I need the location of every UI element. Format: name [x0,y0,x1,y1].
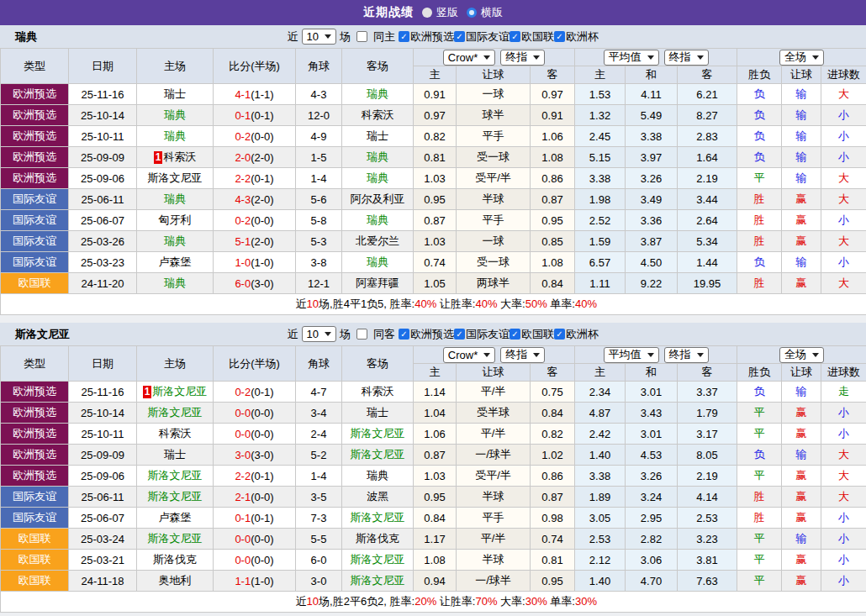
score-cell: 4-3(2-0) [214,189,296,210]
match-count-select[interactable]: 10 [302,29,336,45]
avg-away-odds-cell: 2.64 [678,210,737,231]
full-time-score: 4-3 [235,193,251,206]
average-select[interactable]: 平均值 [604,50,659,66]
league-checkbox[interactable]: ✓ [399,31,409,42]
league-checkbox[interactable]: ✓ [554,31,565,42]
team-name: 匈牙利 [159,213,192,226]
corner-cell: 1-4 [296,168,342,189]
handicap-line-cell: 平/半 [457,424,531,445]
result-group: 全场 [737,49,866,66]
handicap-line-cell: 受平/半 [457,466,531,487]
score-cell: 1-1(1-0) [214,571,296,592]
summary-stat-value: 40% [415,297,436,310]
league-type-cell: 欧洲预选 [1,126,69,147]
team-name: 斯洛文尼亚 [148,469,203,482]
radio-selected-icon[interactable] [467,8,477,18]
avg-home-odds-cell: 3.38 [575,466,626,487]
col-avg-draw: 和 [626,364,678,382]
section-divider [0,315,866,323]
half-time-score: (0-0) [251,491,273,503]
full-time-score: 2-2 [235,172,251,185]
final-odds-select[interactable]: 终指 [500,347,545,363]
chevron-down-icon [325,34,331,39]
team-name: 瑞典 [164,276,186,289]
home-team-cell: 斯洛文尼亚 [137,168,214,189]
league-checkbox[interactable]: ✓ [399,329,409,340]
bookmaker-select[interactable]: Crow* [443,347,495,363]
league-checkbox[interactable]: ✓ [454,329,465,340]
full-time-score: 4-1 [235,88,251,101]
league-label: 欧洲杯 [566,29,599,45]
avg-away-odds-cell: 2.53 [678,508,737,529]
summary-stat-value: 70% [475,595,497,608]
score-cell: 3-0(3-0) [214,445,296,466]
same-venue-checkbox[interactable] [356,329,367,340]
score-cell: 0-1(0-1) [214,105,296,126]
league-type-cell: 欧洲预选 [1,105,69,126]
corner-cell: 5-2 [296,445,342,466]
handicap-result-cell: 输 [782,168,821,189]
handicap-line-cell: 半球 [457,189,531,210]
wdl-result-cell: 平 [737,403,782,424]
summary-text: 让胜率: [436,297,475,310]
handicap-home-odds-cell: 0.84 [414,508,457,529]
horizontal-layout-label: 横版 [481,5,503,20]
match-row: 国际友谊25-06-07匈牙利0-2(0-0)5-8瑞典0.87平手0.952.… [1,210,866,231]
final-odds-select-2[interactable]: 终指 [664,50,709,66]
handicap-away-odds-cell: 0.75 [531,382,575,403]
final-odds-select-2[interactable]: 终指 [664,347,709,363]
average-value: 平均值 [609,50,642,65]
match-row: 国际友谊25-03-26瑞典5-1(2-0)5-3北爱尔兰1.03一球0.851… [1,231,866,252]
league-filter: ✓欧洲杯 [554,29,599,45]
same-venue-checkbox[interactable] [356,31,367,42]
match-count-value: 10 [307,30,319,43]
wdl-result-cell: 胜 [737,508,782,529]
full-match-select[interactable]: 全场 [779,50,824,66]
league-filters: ✓欧洲预选✓国际友谊✓欧国联✓欧洲杯 [399,327,599,342]
team-name: 斯洛文尼亚 [351,511,405,524]
team-name: 斯洛伐克 [356,532,399,545]
match-count-select[interactable]: 10 [302,326,336,342]
col-away: 客场 [342,346,414,382]
handicap-line-cell: 平手 [457,126,531,147]
full-match-value: 全场 [784,347,806,362]
final-odds-select[interactable]: 终指 [500,50,545,66]
score-cell: 0-0(0-0) [214,550,296,571]
average-select[interactable]: 平均值 [604,347,659,363]
match-date-cell: 25-11-16 [69,382,137,403]
goals-result-cell: 小 [821,424,866,445]
match-date-cell: 25-03-23 [69,252,137,273]
league-label: 欧国联 [521,327,554,342]
bookmaker-select[interactable]: Crow* [443,50,495,66]
summary-text: 近 [296,297,307,310]
horizontal-layout-radio[interactable]: 横版 [467,5,503,20]
team-name: 瑞典 [367,213,388,226]
league-checkbox[interactable]: ✓ [510,329,520,340]
league-type-cell: 欧洲预选 [1,466,69,487]
corner-cell: 1-4 [296,466,342,487]
league-type-cell: 欧洲预选 [1,424,69,445]
match-row: 欧洲预选25-11-16瑞士4-1(1-1)4-3瑞典0.91一球0.971.5… [1,84,866,105]
match-row: 欧洲预选25-09-06斯洛文尼亚2-2(0-1)1-4瑞典1.03受平/半0.… [1,466,866,487]
avg-away-odds-cell: 4.14 [678,487,737,508]
league-checkbox[interactable]: ✓ [510,31,520,42]
corner-cell: 5-6 [296,189,342,210]
team-section: 斯洛文尼亚 近 10 场 同客 ✓欧洲预选✓国际友谊✓欧国联✓欧洲杯 类型 日期 [0,323,866,613]
handicap-away-odds-cell: 0.87 [531,189,575,210]
league-checkbox[interactable]: ✓ [454,31,465,42]
home-team-cell: 斯洛文尼亚 [137,487,214,508]
radio-unselected-icon[interactable] [422,8,432,18]
team-name: 瑞典 [367,469,388,482]
match-row: 国际友谊25-06-11瑞典4-3(2-0)5-6阿尔及利亚0.95半球0.87… [1,189,866,210]
score-cell: 0-2(0-0) [214,126,296,147]
bookmaker-value: Crow* [448,349,478,361]
league-checkbox[interactable]: ✓ [554,329,565,340]
league-type-cell: 欧洲预选 [1,403,69,424]
league-type-cell: 国际友谊 [1,508,69,529]
summary-stat-value: 20% [415,595,436,608]
vertical-layout-radio[interactable]: 竖版 [422,5,458,20]
avg-away-odds-cell: 8.05 [678,445,737,466]
full-match-select[interactable]: 全场 [779,347,824,363]
home-team-cell: 匈牙利 [137,210,214,231]
home-team-cell: 瑞典 [137,231,214,252]
